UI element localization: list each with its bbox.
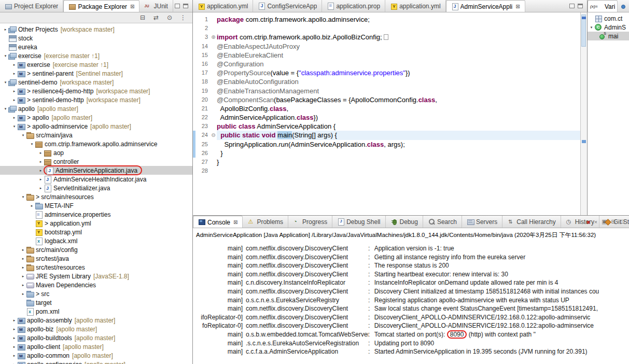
code-line[interactable]: 24⊖ public static void main(String[] arg…	[193, 131, 580, 139]
project-tree[interactable]: ▸Other Projects[workspace master]stockeu…	[0, 23, 192, 364]
tree-item-other-projects[interactable]: ▸Other Projects[workspace master]	[0, 25, 192, 34]
chevron-down-icon[interactable]: ▾	[3, 80, 8, 85]
tree-item-apollo-client[interactable]: ▸apollo-client[apollo master]	[0, 342, 192, 351]
left-tab-package-explorer[interactable]: Package Explorer⊠	[63, 0, 139, 12]
folded-region-icon[interactable]	[384, 34, 388, 40]
editor-tab-application-yml[interactable]: application.yml	[385, 0, 445, 12]
tree-item-src[interactable]: ▸> src	[0, 289, 192, 298]
code-line[interactable]: 3⊕import com.ctrip.framework.apollo.biz.…	[193, 33, 580, 41]
code-line[interactable]: 15@EnableEurekaClient	[193, 51, 580, 60]
tree-item-bootstrap-yml[interactable]: bootstrap.yml	[0, 228, 192, 236]
chevron-right-icon[interactable]: ▸	[11, 354, 17, 358]
chevron-down-icon[interactable]: ▾	[20, 195, 26, 199]
tree-item-apollo-common[interactable]: ▸apollo-common[apollo master]	[0, 351, 192, 360]
chevron-right-icon[interactable]: ▸	[11, 318, 17, 323]
line-number[interactable]: 20	[195, 95, 210, 104]
close-tab-icon[interactable]: ⊠	[515, 4, 520, 9]
console-tab-console[interactable]: Console⊠	[193, 216, 243, 228]
chevron-down-icon[interactable]: ▾	[3, 107, 8, 111]
tree-item-sentinel-demo[interactable]: ▾sentinel-demo[workspace master]	[0, 78, 192, 87]
chevron-down-icon[interactable]: ▾	[3, 54, 8, 58]
minimize-editor-icon[interactable]	[569, 4, 575, 8]
tree-item-target[interactable]: target	[0, 298, 192, 307]
fold-collapse-icon[interactable]: ⊖	[210, 131, 217, 139]
code-line[interactable]: 17@PropertySource(value = {"classpath:ad…	[193, 68, 580, 77]
console-tab-debug-shell[interactable]: Debug Shell	[332, 216, 385, 228]
tree-item-controller[interactable]: ▸controller	[0, 157, 192, 166]
tree-item-src-test-resources[interactable]: ▸src/test/resources	[0, 263, 192, 272]
chevron-right-icon[interactable]: ▸	[11, 362, 17, 364]
console-tab-debug[interactable]: Debug	[386, 216, 423, 228]
tree-item-src-main-resources[interactable]: ▾> src/main/resources	[0, 192, 192, 201]
annotation-marker[interactable]	[582, 17, 586, 19]
left-tab-junit[interactable]: JUnit	[139, 0, 173, 12]
chevron-right-icon[interactable]: ▸	[11, 336, 17, 340]
line-number[interactable]: 19	[195, 87, 210, 95]
tree-item-application-yml[interactable]: > application.yml	[0, 219, 192, 228]
chevron-right-icon[interactable]: ▸	[11, 345, 17, 349]
maximize-view-icon[interactable]: ⊡	[620, 218, 625, 225]
chevron-right-icon[interactable]: ▸	[11, 72, 17, 76]
console-tab-search[interactable]: Search	[423, 216, 462, 228]
outline-item-admins[interactable]: ▾AdminS	[588, 23, 629, 32]
close-tab-icon[interactable]: ⊠	[130, 4, 134, 9]
editor-tab-application-yml[interactable]: application.yml	[193, 0, 253, 12]
line-number[interactable]: 28	[195, 166, 210, 175]
chevron-right-icon[interactable]: ▸	[20, 274, 26, 278]
chevron-right-icon[interactable]: ▸	[20, 283, 26, 287]
chevron-down-icon[interactable]: ▾	[589, 25, 594, 30]
occurrence-marker[interactable]	[582, 140, 586, 143]
editor-tab-adminserviceappli[interactable]: AdminServiceAppli⊠	[446, 0, 525, 12]
chevron-right-icon[interactable]: ▸	[38, 169, 44, 173]
fold-expand-icon[interactable]: ⊕	[210, 33, 217, 41]
line-number[interactable]: 1	[195, 15, 210, 24]
line-number[interactable]: 17	[195, 68, 210, 77]
minimize-view-icon[interactable]: ⊟	[611, 218, 616, 225]
line-number[interactable]: 25	[195, 140, 210, 149]
line-number[interactable]: 16	[195, 60, 210, 68]
maximize-editor-icon[interactable]	[578, 4, 583, 8]
tree-item-apollo-buildtools[interactable]: ▸apollo-buildtools[apollo master]	[0, 333, 192, 342]
tree-item-sentinel-parent[interactable]: ▸> sentinel-parent[Sentinel master]	[0, 69, 192, 78]
code-line[interactable]: 26 }	[193, 149, 580, 158]
line-number[interactable]: 24	[195, 131, 210, 139]
remove-launch-icon[interactable]: ×	[594, 219, 597, 225]
tree-item-maven-dependencies[interactable]: ▸Maven Dependencies	[0, 281, 192, 289]
editor-tab-application-prop[interactable]: application.prop	[322, 0, 385, 12]
chevron-right-icon[interactable]: ▸	[11, 327, 17, 331]
line-number[interactable]: 21	[195, 104, 210, 113]
chevron-right-icon[interactable]: ▸	[20, 248, 26, 252]
code-line[interactable]: 18@EnableAutoConfiguration	[193, 77, 580, 86]
tree-item-resilience4j-demo-http[interactable]: ▸> resilience4j-demo-http[workspace mast…	[0, 87, 192, 95]
line-number[interactable]: 14	[195, 42, 210, 51]
right-tab-vari[interactable]: Vari	[588, 0, 618, 12]
outline-item-com-ct[interactable]: com.ct	[588, 14, 629, 23]
tree-item-eureka[interactable]: eureka	[0, 43, 192, 51]
terminate-icon[interactable]: ■	[586, 219, 590, 225]
chevron-right-icon[interactable]: ▸	[29, 204, 35, 208]
chevron-right-icon[interactable]: ▸	[38, 177, 44, 181]
focus-on-active-task-icon[interactable]: ⊙	[165, 14, 174, 21]
code-line[interactable]: 19@EnableTransactionManagement	[193, 87, 580, 95]
console-tab-servers[interactable]: Servers	[462, 216, 502, 228]
collapse-all-icon[interactable]: ⊟	[138, 14, 147, 21]
code-editor[interactable]: 1package com.ctrip.framework.apollo.admi…	[193, 12, 587, 215]
view-menu-icon[interactable]: ⋮	[179, 14, 187, 21]
line-number[interactable]: 27	[195, 158, 210, 166]
outline-tree[interactable]: com.ct▾AdminSmai	[588, 12, 629, 215]
chevron-right-icon[interactable]: ▸	[20, 292, 26, 296]
tree-item-apollo[interactable]: ▸> apollo[apollo master]	[0, 113, 192, 122]
left-tab-project-explorer[interactable]: Project Explorer	[0, 0, 63, 12]
chevron-right-icon[interactable]: ▸	[38, 151, 44, 155]
code-line[interactable]: 23public class AdminServiceApplication {	[193, 122, 580, 131]
code-line[interactable]: 16@Configuration	[193, 60, 580, 68]
outline-item-mai[interactable]: mai	[588, 32, 629, 40]
tree-item-src-main-config[interactable]: ▸src/main/config	[0, 245, 192, 254]
tree-item-jre-system-library[interactable]: ▸JRE System Library[JavaSE-1.8]	[0, 272, 192, 281]
tree-item-apollo-assembly[interactable]: ▸apollo-assembly[apollo master]	[0, 316, 192, 325]
line-number[interactable]: 15	[195, 51, 210, 60]
line-number[interactable]: 2	[195, 24, 210, 33]
console-tab-problems[interactable]: Problems	[243, 216, 288, 228]
line-number[interactable]: 23	[195, 122, 210, 131]
code-line[interactable]: 22 AdminServiceApplication.class})	[193, 113, 580, 122]
